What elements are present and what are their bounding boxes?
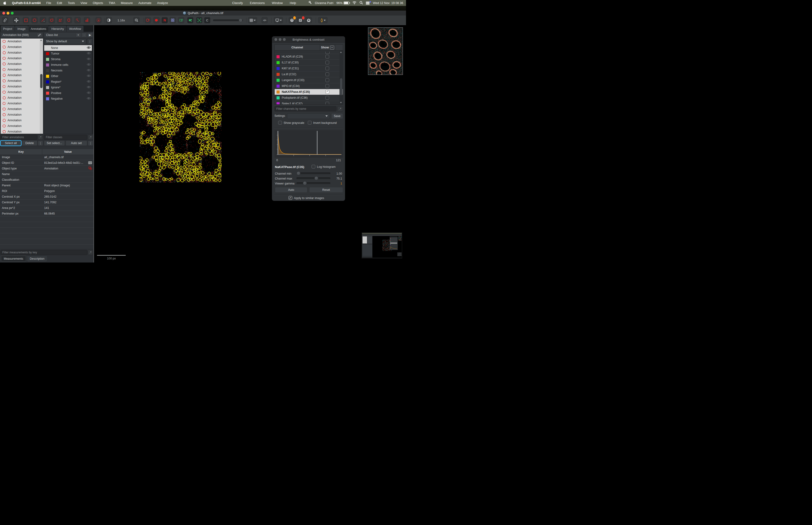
channel-show-checkbox[interactable] (325, 96, 329, 100)
annotation-list-item[interactable]: Annotation (1, 39, 43, 44)
annotation-list-item[interactable]: Annotation (1, 72, 43, 78)
class-list-item[interactable]: Necrosis (44, 68, 93, 73)
apply-similar-checkbox[interactable] (289, 196, 292, 200)
channel-column-header[interactable]: Channel (275, 45, 320, 50)
annotation-list-item[interactable]: Annotation (1, 112, 43, 118)
menu-item[interactable]: File (46, 1, 51, 5)
channel-row[interactable]: La.tif (C32) (275, 72, 343, 77)
panel-tab[interactable]: Annotations (28, 26, 49, 32)
menu-item[interactable]: Automate (138, 1, 152, 5)
menu-user-name[interactable]: Givanna Putri (315, 1, 333, 5)
property-row[interactable] (0, 234, 93, 239)
class-list-item[interactable]: Immune cells (44, 62, 93, 68)
channel-min-knob[interactable] (296, 171, 301, 175)
script-editor-button[interactable]: </> (261, 17, 267, 23)
filter-annotations-input[interactable] (0, 135, 37, 140)
control-center-icon[interactable] (366, 2, 370, 4)
class-list-scrollbar[interactable] (92, 45, 93, 134)
annotation-list-item[interactable]: Annotation (1, 61, 43, 67)
menu-item[interactable]: Edit (57, 1, 62, 5)
eye-visibility-icon[interactable] (87, 80, 91, 84)
eye-visibility-icon[interactable] (87, 97, 91, 100)
menu-item[interactable]: TMA (109, 1, 115, 5)
eye-visibility-icon[interactable] (87, 86, 91, 89)
image-viewer[interactable]: 100 px Brightness & contrast Channel Sho… (94, 25, 406, 262)
property-row[interactable]: Object type Annotation (0, 166, 93, 171)
opacity-slider[interactable] (213, 19, 243, 21)
auto-button[interactable]: Auto (275, 187, 307, 193)
channel-max-knob[interactable] (315, 176, 318, 180)
save-settings-button[interactable]: Save (331, 113, 343, 119)
bottom-tab[interactable]: Description (27, 256, 47, 262)
polygon-tool-button[interactable] (49, 17, 55, 23)
property-row[interactable]: Area px^2 141 (0, 205, 93, 211)
property-row[interactable]: Name (0, 171, 93, 177)
points-tool-button[interactable] (84, 17, 90, 23)
menu-item[interactable]: View (81, 1, 87, 5)
channel-show-checkbox[interactable] (325, 66, 329, 70)
class-more-button[interactable]: ⋮ (88, 140, 93, 146)
channel-row[interactable]: HLADR.tif (C29) (275, 54, 343, 60)
add-class-button[interactable]: + (76, 33, 81, 38)
panel-tab[interactable]: Image (15, 26, 28, 32)
channel-row[interactable]: MPO.tif (C34) (275, 83, 343, 89)
annotation-list-item[interactable]: Annotation (1, 95, 43, 101)
eye-visibility-icon[interactable] (87, 69, 91, 72)
scrollbar-thumb[interactable] (340, 78, 342, 95)
property-row[interactable]: Parent Root object (Image) (0, 183, 93, 188)
settings-dropdown[interactable] (287, 113, 330, 119)
annotation-list-item[interactable]: Annotation (1, 129, 43, 134)
brush-tool-button[interactable] (66, 17, 72, 23)
log-histogram-checkbox[interactable] (311, 165, 315, 168)
show-grayscale-checkbox[interactable] (278, 121, 282, 124)
battery-indicator[interactable]: 96% (336, 1, 349, 5)
panel-tab[interactable]: Workflow (67, 26, 83, 32)
property-row[interactable]: Object ID 813ed1a3-b6e3-48d2-bd31-... (0, 160, 93, 166)
class-list-item[interactable]: Other (44, 73, 93, 79)
polyline-tool-button[interactable] (57, 17, 63, 23)
class-list-item[interactable]: Stroma (44, 56, 93, 62)
wifi-icon[interactable] (352, 1, 356, 5)
invert-background-checkbox[interactable] (308, 121, 311, 124)
menu-item[interactable]: Extensions (250, 1, 265, 5)
show-annotations-button[interactable] (145, 17, 151, 23)
channel-row[interactable]: Siglec1.tif (C37) (275, 101, 343, 104)
show-column-header[interactable]: Show− (320, 45, 335, 50)
class-options-button[interactable]: ⋮ (87, 39, 93, 44)
property-row[interactable] (0, 228, 93, 234)
remove-class-button[interactable]: − (81, 33, 87, 38)
menu-item[interactable]: Window (272, 1, 282, 5)
annotation-list-scrollbar[interactable] (40, 39, 43, 134)
delete-button[interactable]: Delete (22, 140, 37, 146)
menu-item[interactable]: Measure (121, 1, 133, 5)
channel-row[interactable]: Podoplanin.tif (C36) (275, 95, 343, 101)
eye-visibility-icon[interactable] (87, 46, 91, 49)
scroll-up-arrow[interactable] (40, 40, 42, 41)
annotation-list-item[interactable]: Annotation (1, 118, 43, 123)
panel-tab[interactable]: Hierarchy (49, 26, 66, 32)
channel-min-slider[interactable] (296, 171, 330, 175)
channel-row[interactable]: IL17.tif (C30) (275, 60, 343, 65)
channel-show-checkbox[interactable] (325, 84, 329, 88)
eye-visibility-icon[interactable] (87, 58, 91, 61)
class-display-mode-dropdown[interactable]: Show by default (44, 39, 86, 44)
zoom-to-fit-button[interactable] (134, 17, 140, 23)
class-list-item[interactable]: Ignore* (44, 85, 93, 90)
toggle-all-checkbox[interactable]: − (330, 46, 334, 49)
filter-measurements-input[interactable] (0, 250, 88, 255)
class-expand-button[interactable]: ▶ (88, 33, 93, 38)
scrollbar-thumb[interactable] (40, 74, 43, 88)
channel-row[interactable]: NaKATPase.tif (C35) (275, 89, 343, 95)
class-list-item[interactable]: Region* (44, 79, 93, 85)
apple-icon[interactable] (3, 1, 6, 5)
auto-set-button[interactable]: Auto set (65, 140, 87, 146)
id-card-icon[interactable] (88, 161, 92, 165)
property-row[interactable]: ROI Polygon (0, 188, 93, 194)
window-preview-thumbnail[interactable] (362, 232, 402, 258)
scroll-down-arrow[interactable] (340, 102, 342, 103)
filter-channels-input[interactable] (274, 106, 336, 111)
channel-viewer-button[interactable]: C (204, 17, 210, 23)
move-tool-button[interactable] (13, 17, 19, 23)
channel-show-checkbox[interactable] (325, 90, 329, 94)
menu-item[interactable]: Classify (232, 1, 243, 5)
